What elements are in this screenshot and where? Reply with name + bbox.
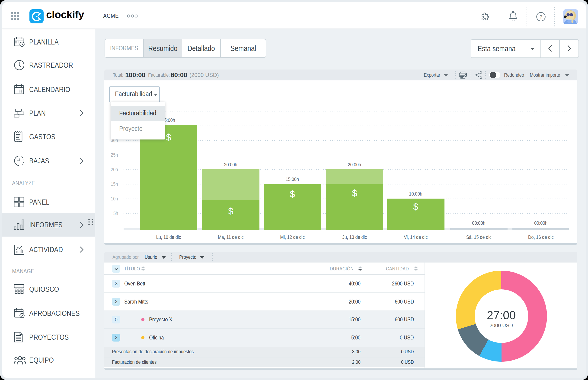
svg-text:?: ? [540, 14, 542, 20]
